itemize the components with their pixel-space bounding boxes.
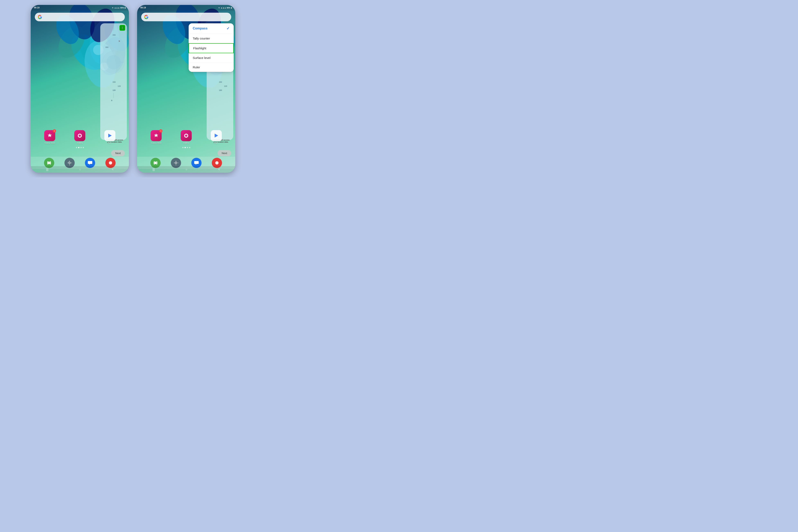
svg-point-58 bbox=[185, 134, 187, 137]
svg-rect-66 bbox=[155, 162, 156, 164]
svg-point-31 bbox=[78, 136, 79, 137]
status-bar-left: 09:19 ≋ ▲▲▲ 65% ▮ bbox=[31, 5, 129, 11]
play-app[interactable]: Pla... bbox=[104, 130, 115, 144]
battery-icon-left: ▮ bbox=[125, 7, 126, 9]
svg-text:120: 120 bbox=[118, 85, 121, 87]
phone-right: 09:19 ≋ ▲▲▲ 65% ▮ 330 300 N 180 150 120 bbox=[137, 5, 235, 173]
svg-text:300: 300 bbox=[106, 46, 109, 48]
galaxy-store-app-right[interactable]: 1 Galaxy Store bbox=[151, 130, 162, 144]
next-button-right[interactable]: Next bbox=[217, 150, 231, 156]
flashlight-label: Flashlight bbox=[193, 46, 206, 50]
page-dots-right bbox=[137, 147, 235, 148]
three-dots-icon: ⋮ bbox=[121, 26, 124, 29]
battery-icon-right: ▮ bbox=[231, 7, 232, 9]
dropdown-ruler[interactable]: Ruler bbox=[189, 63, 234, 72]
svg-point-35 bbox=[69, 162, 70, 164]
svg-marker-33 bbox=[108, 134, 112, 137]
gallery-app-right[interactable]: Gallery bbox=[181, 130, 192, 144]
dropdown-tally-counter[interactable]: Tally counter bbox=[189, 34, 234, 43]
play-label-right: Pla... bbox=[214, 142, 218, 144]
svg-point-63 bbox=[184, 136, 185, 137]
galaxy-store-badge-right: 1 bbox=[159, 129, 163, 133]
gallery-label-right: Gallery bbox=[183, 142, 189, 144]
app-icons-left: 1 Galaxy Store Gallery Pla... bbox=[31, 130, 129, 144]
home-btn-left[interactable]: ○ bbox=[79, 168, 81, 171]
signal-icon-right: ▲▲▲ bbox=[221, 7, 226, 9]
battery-right: 65% bbox=[227, 7, 230, 9]
svg-text:180: 180 bbox=[113, 89, 116, 91]
dot-r3 bbox=[187, 147, 188, 148]
svg-point-26 bbox=[79, 134, 81, 137]
svg-point-62 bbox=[186, 137, 187, 137]
svg-text:150: 150 bbox=[219, 81, 222, 83]
battery-left: 65% bbox=[120, 7, 124, 9]
google-logo-left bbox=[38, 15, 42, 19]
gallery-label: Gallery bbox=[77, 142, 83, 144]
galaxy-store-label: Galaxy Store bbox=[44, 142, 55, 144]
nav-bar-left: ||| ○ < bbox=[31, 166, 129, 173]
checkmark-icon: ✓ bbox=[227, 26, 230, 31]
svg-point-27 bbox=[79, 134, 80, 135]
dot-r4 bbox=[189, 147, 190, 148]
compass-menu-btn[interactable]: ⋮ bbox=[119, 25, 125, 31]
status-icons-right: ≋ ▲▲▲ 65% ▮ bbox=[218, 7, 232, 9]
galaxy-store-icon: 1 bbox=[44, 130, 55, 141]
svg-point-32 bbox=[78, 134, 79, 135]
svg-text:330: 330 bbox=[113, 34, 116, 36]
back-btn-left[interactable]: < bbox=[112, 168, 113, 171]
wifi-icon-right: ≋ bbox=[218, 7, 220, 9]
compass-widget-left: ⋮ 330 300 N 180 150 120 S bbox=[100, 23, 127, 140]
svg-point-64 bbox=[184, 134, 185, 135]
nav-bar-right: ||| ○ < bbox=[137, 166, 235, 173]
signal-icon-left: ▲▲▲ bbox=[114, 7, 120, 9]
play-app-right[interactable]: Pla... bbox=[211, 130, 222, 144]
svg-text:120: 120 bbox=[224, 85, 227, 87]
home-btn-right[interactable]: ○ bbox=[186, 168, 187, 171]
back-btn-right[interactable]: < bbox=[218, 168, 220, 171]
svg-rect-34 bbox=[48, 162, 50, 164]
surface-level-label: Surface level bbox=[193, 56, 211, 59]
compass-dial-svg: 330 300 N 180 150 120 S bbox=[101, 23, 126, 101]
dot-r2 bbox=[185, 147, 186, 148]
recent-btn-left[interactable]: ||| bbox=[46, 168, 48, 171]
dropdown-surface-level[interactable]: Surface level bbox=[189, 53, 234, 63]
svg-point-24 bbox=[107, 55, 121, 69]
search-bar-right[interactable] bbox=[141, 13, 231, 21]
play-label: Pla... bbox=[108, 142, 112, 144]
page-dots-left bbox=[31, 147, 129, 148]
galaxy-store-app[interactable]: 1 Galaxy Store bbox=[44, 130, 55, 144]
play-icon-right bbox=[211, 130, 222, 141]
svg-text:180: 180 bbox=[219, 89, 222, 91]
status-bar-right: 09:19 ≋ ▲▲▲ 65% ▮ bbox=[137, 5, 235, 11]
svg-point-29 bbox=[81, 136, 82, 137]
gallery-app[interactable]: Gallery bbox=[74, 130, 85, 144]
recent-btn-right[interactable]: ||| bbox=[152, 168, 155, 171]
dropdown-flashlight[interactable]: Flashlight bbox=[189, 43, 234, 53]
svg-point-61 bbox=[187, 136, 188, 137]
phone-left: 09:19 ≋ ▲▲▲ 65% ▮ ⋮ 330 300 bbox=[31, 5, 129, 173]
dropdown-compass-header[interactable]: Compass ✓ bbox=[189, 23, 234, 34]
next-button-left[interactable]: Next bbox=[111, 150, 125, 156]
svg-point-36 bbox=[109, 161, 112, 165]
google-logo-right bbox=[144, 15, 149, 19]
svg-text:150: 150 bbox=[113, 81, 116, 83]
search-bar-left[interactable] bbox=[35, 13, 125, 21]
ruler-label: Ruler bbox=[193, 65, 200, 69]
status-time-right: 09:19 bbox=[140, 6, 146, 9]
svg-point-60 bbox=[187, 134, 188, 135]
galaxy-store-label-right: Galaxy Store bbox=[151, 142, 162, 144]
app-icons-right: 1 Galaxy Store Gallery Pla... bbox=[137, 130, 235, 144]
dot-r1 bbox=[182, 147, 184, 148]
dot-2 bbox=[78, 147, 79, 148]
status-time-left: 09:19 bbox=[34, 6, 39, 9]
gallery-icon bbox=[74, 130, 85, 141]
svg-point-28 bbox=[81, 134, 82, 135]
play-icon bbox=[104, 130, 115, 141]
galaxy-store-badge: 1 bbox=[53, 129, 56, 133]
svg-text:N: N bbox=[119, 40, 120, 42]
dot-3 bbox=[80, 147, 82, 148]
dropdown-compass-label: Compass bbox=[193, 26, 208, 30]
svg-point-59 bbox=[186, 134, 187, 135]
dot-1 bbox=[76, 147, 77, 148]
status-icons-left: ≋ ▲▲▲ 65% ▮ bbox=[112, 7, 126, 9]
